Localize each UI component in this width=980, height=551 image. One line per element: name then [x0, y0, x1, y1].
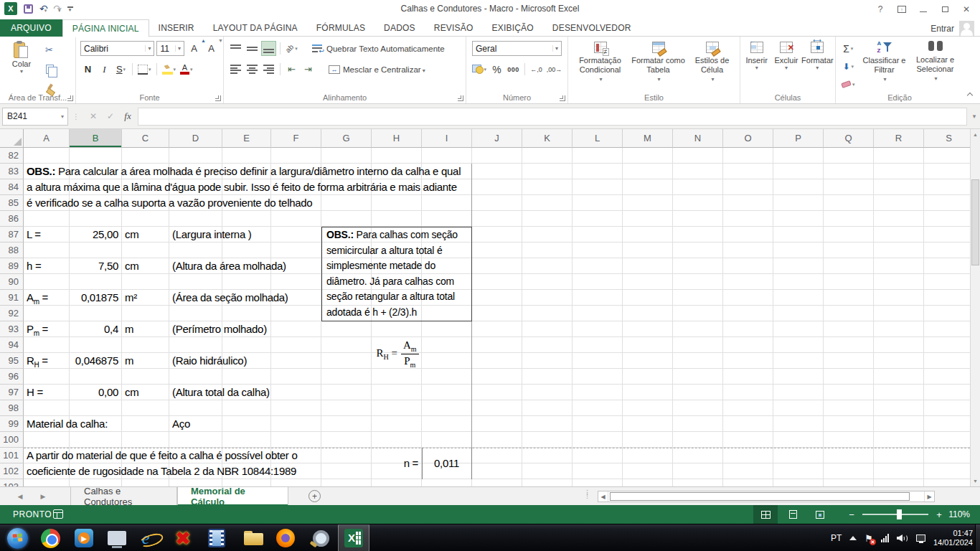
column-header-Q[interactable]: Q — [824, 129, 874, 148]
restore-button[interactable] — [934, 1, 956, 17]
show-desktop-button[interactable] — [975, 524, 980, 551]
vertical-scrollbar[interactable]: ▲ ▼ — [970, 129, 980, 486]
decrease-indent-button[interactable]: ⇤ — [284, 62, 299, 77]
cell-B93[interactable]: 0,4 — [70, 321, 122, 337]
column-header-P[interactable]: P — [773, 129, 824, 148]
column-header-R[interactable]: R — [874, 129, 924, 148]
tab-dados[interactable]: DADOS — [374, 19, 425, 37]
scroll-left-arrow[interactable]: ◀ — [598, 491, 608, 501]
cell-B87[interactable]: 25,00 — [70, 227, 122, 242]
sheet-tab-memorial-de-calculo[interactable]: Memorial de Cálculo — [177, 487, 288, 506]
select-all-corner[interactable] — [0, 129, 24, 148]
row-header-94[interactable]: 94 — [0, 337, 24, 353]
cell-D97[interactable]: (Altura total da calha) — [169, 385, 222, 400]
column-header-B[interactable]: B — [70, 129, 122, 148]
tab-formulas[interactable]: FÓRMULAS — [307, 19, 374, 37]
cell-A101[interactable]: A partir do material de que é feito a ca… — [24, 448, 70, 463]
clear-button[interactable]: ▾ — [840, 77, 857, 92]
column-header-M[interactable]: M — [623, 129, 673, 148]
row-header-99[interactable]: 99 — [0, 416, 24, 432]
taskbar-internet-explorer-icon[interactable]: e — [130, 524, 161, 551]
column-header-J[interactable]: J — [472, 129, 522, 148]
taskbar-chrome-icon[interactable] — [34, 524, 66, 551]
column-header-K[interactable]: K — [522, 129, 573, 148]
format-cells-button[interactable]: Formatar ▾ — [801, 42, 834, 71]
tab-exibicao[interactable]: EXIBIÇÃO — [483, 19, 543, 37]
help-button[interactable]: ? — [870, 1, 891, 17]
font-name-combo[interactable]: Calibri▾ — [80, 41, 154, 56]
row-header-92[interactable]: 92 — [0, 306, 24, 321]
cell-A85[interactable]: é verificado se a calha suporta a vazão … — [24, 195, 70, 211]
minimize-button[interactable] — [913, 1, 934, 17]
remote-session-tray-icon[interactable] — [916, 534, 925, 542]
row-header-90[interactable]: 90 — [0, 274, 24, 290]
collapse-ribbon-button[interactable] — [967, 92, 973, 98]
italic-button[interactable]: I — [97, 62, 112, 77]
tab-inserir[interactable]: INSERIR — [149, 19, 204, 37]
row-header-89[interactable]: 89 — [0, 258, 24, 274]
zoom-slider-thumb[interactable] — [897, 509, 902, 519]
row-header-85[interactable]: 85 — [0, 195, 24, 211]
cell-C89[interactable]: cm — [122, 258, 169, 274]
increase-indent-button[interactable]: ⇥ — [301, 62, 316, 77]
scroll-right-arrow[interactable]: ▶ — [924, 491, 934, 501]
decrease-decimal-button[interactable]: ,00→ — [545, 62, 563, 77]
clipboard-dialog-launcher[interactable] — [67, 95, 73, 101]
cancel-button[interactable]: ✕ — [85, 108, 102, 126]
cell-B97[interactable]: 0,00 — [70, 385, 122, 400]
user-avatar[interactable] — [959, 21, 974, 36]
align-center-button[interactable] — [245, 62, 260, 77]
taskbar-red-star-app-icon[interactable]: ✖ — [167, 524, 199, 551]
row-header-97[interactable]: 97 — [0, 385, 24, 400]
cell-B91[interactable]: 0,01875 — [70, 290, 122, 306]
cell-A89[interactable]: h = — [24, 258, 70, 274]
taskbar-magnifier-icon[interactable] — [302, 524, 334, 551]
scroll-up-arrow[interactable]: ▲ — [971, 129, 980, 140]
hidden-icons-arrow[interactable] — [849, 536, 857, 540]
column-header-D[interactable]: D — [169, 129, 222, 148]
sign-in-link[interactable]: Entrar — [930, 24, 954, 34]
column-header-S[interactable]: S — [924, 129, 970, 148]
fill-button[interactable]: ⬇▾ — [840, 59, 857, 74]
cell-D99[interactable]: Aço — [169, 416, 222, 432]
cell-C91[interactable]: m² — [122, 290, 169, 306]
row-header-102[interactable]: 102 — [0, 463, 24, 479]
horizontal-scroll-thumb[interactable] — [610, 492, 910, 501]
delete-cells-button[interactable]: Excluir ▾ — [771, 42, 801, 71]
column-header-I[interactable]: I — [422, 129, 472, 148]
cell-B89[interactable]: 7,50 — [70, 258, 122, 274]
column-header-C[interactable]: C — [122, 129, 169, 148]
cell-styles-button[interactable]: Estilos de Célula — [688, 42, 737, 84]
tab-desenvolvedor[interactable]: DESENVOLVEDOR — [543, 19, 641, 37]
new-sheet-button[interactable]: + — [308, 490, 321, 502]
cell-A93[interactable]: Pm = — [24, 321, 70, 337]
ribbon-display-options-button[interactable]: ↑ — [891, 1, 913, 17]
normal-view-button[interactable] — [753, 505, 778, 524]
cut-button[interactable]: ✂ — [42, 42, 57, 57]
borders-button[interactable]: ▾ — [136, 62, 153, 77]
name-box[interactable]: B241▾ — [2, 108, 68, 126]
increase-decimal-button[interactable]: ←,0 — [529, 62, 544, 77]
taskbar-movie-maker-icon[interactable] — [201, 524, 232, 551]
cell-A102[interactable]: coeficiente de rugosidade na Tabela 2 da… — [24, 463, 70, 479]
row-header-83[interactable]: 83 — [0, 164, 24, 179]
conditional-formatting-button[interactable]: Formatação Condicional — [572, 42, 629, 84]
row-header-86[interactable]: 86 — [0, 211, 24, 227]
cell-B95[interactable]: 0,046875 — [70, 353, 122, 369]
fill-color-button[interactable]: ▾ — [161, 62, 178, 77]
cell-A83[interactable]: OBS.: Para calcular a área molhada é pre… — [24, 164, 70, 179]
comma-style-button[interactable]: 000 — [506, 62, 521, 77]
formula-bar-splitter[interactable]: ⋮ — [72, 113, 80, 121]
page-break-view-button[interactable] — [808, 505, 832, 524]
volume-icon[interactable] — [897, 534, 908, 542]
find-select-button[interactable]: Localizar e Selecionar — [910, 41, 961, 83]
row-header-82[interactable]: 82 — [0, 148, 24, 164]
vertical-scroll-thumb[interactable] — [971, 179, 979, 265]
network-signal-icon[interactable] — [881, 534, 889, 542]
alignment-dialog-launcher[interactable] — [458, 95, 463, 101]
row-header-98[interactable]: 98 — [0, 400, 24, 416]
cell-A99[interactable]: Material da calha: — [24, 416, 70, 432]
cell-C95[interactable]: m — [122, 353, 169, 369]
column-header-E[interactable]: E — [222, 129, 271, 148]
font-dialog-launcher[interactable] — [215, 95, 221, 101]
